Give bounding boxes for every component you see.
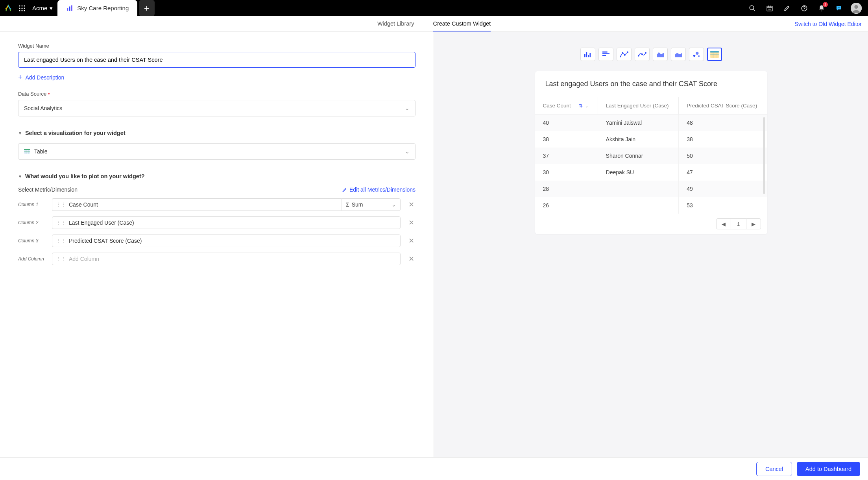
widget-name-input[interactable] [18,52,416,68]
table-row: 2849 [535,181,767,197]
notifications-icon[interactable]: 1 [816,3,827,14]
svg-point-32 [624,54,625,55]
chart-type-bubble[interactable] [689,48,704,61]
remove-column-icon[interactable]: ✕ [407,255,416,263]
column-1-value: Case Count [69,201,98,208]
chart-icon [66,5,73,12]
chevron-down-icon: ⌄ [392,201,396,208]
svg-point-8 [24,10,25,11]
svg-rect-28 [602,53,609,54]
table-header-csat[interactable]: Predicted CSAT Score (Case) [679,97,767,114]
cell-user: Akshita Jain [598,131,679,148]
switch-old-editor-link[interactable]: Switch to Old Widget Editor [795,21,868,27]
visualization-section-header[interactable]: ▼ Select a visualization for your widget [18,130,416,136]
sort-desc-icon[interactable]: ⇅ [579,103,583,109]
collapse-icon: ▼ [18,131,22,135]
data-source-label: Data Source [18,91,416,97]
tab-create-custom-widget[interactable]: Create Custom Widget [433,17,491,31]
table-header-row: Case Count⇅⌄ Last Engaged User (Case) Pr… [535,97,767,114]
footer: Cancel Add to Dashboard [0,457,868,480]
visualization-select[interactable]: Table ⌄ [18,143,416,160]
chart-type-area[interactable] [653,48,668,61]
data-source-select[interactable]: Social Analytics ⌄ [18,100,416,116]
chart-type-line[interactable] [617,48,632,61]
cancel-button[interactable]: Cancel [756,462,792,476]
page-current: 1 [731,218,746,229]
column-label: Column 1 [18,202,46,207]
svg-point-18 [840,7,840,8]
chart-type-hbar[interactable] [598,48,613,61]
drag-handle-icon[interactable]: ⋮⋮ [56,220,66,225]
notification-badge: 1 [823,2,828,7]
drag-handle-icon[interactable]: ⋮⋮ [56,256,66,262]
column-label: Column 3 [18,238,46,244]
chart-type-table[interactable] [707,48,722,61]
chevron-down-icon[interactable]: ⌄ [585,104,588,108]
add-column-input[interactable]: ⋮⋮ Add Column [52,253,401,265]
svg-point-35 [641,54,643,55]
chart-type-spline[interactable] [635,48,650,61]
table-header-case-count[interactable]: Case Count⇅⌄ [535,97,598,114]
add-to-dashboard-button[interactable]: Add to Dashboard [797,462,860,476]
preview-card: Last engaged Users on the case and their… [535,71,767,234]
add-description-button[interactable]: + Add Description [18,73,416,81]
svg-point-1 [21,5,22,6]
cell-case-count: 26 [535,197,598,214]
collapse-icon: ▼ [18,174,22,179]
svg-rect-26 [589,53,591,57]
cell-case-count: 30 [535,164,598,181]
table-header-user[interactable]: Last Engaged User (Case) [598,97,679,114]
plot-section-header[interactable]: ▼ What would you like to plot on your wi… [18,173,416,179]
tab-widget-library[interactable]: Widget Library [377,17,414,31]
scrollbar[interactable] [763,117,765,194]
edit-metrics-label: Edit all Metrics/Dimensions [349,186,416,193]
search-icon[interactable] [747,3,758,14]
chevron-down-icon: ⌄ [405,105,410,111]
new-tab-button[interactable] [139,0,155,16]
calendar-icon[interactable]: 03 [764,3,775,14]
main-content: Widget Name + Add Description Data Sourc… [0,32,868,457]
svg-point-17 [838,7,839,8]
remove-column-icon[interactable]: ✕ [407,200,416,209]
remove-column-icon[interactable]: ✕ [407,218,416,227]
table-row: 38Akshita Jain38 [535,131,767,148]
cell-csat: 47 [679,164,767,181]
preview-panel: Last engaged Users on the case and their… [434,32,868,457]
data-source-value: Social Analytics [24,105,62,111]
plus-icon: + [18,73,22,81]
user-avatar[interactable] [851,3,862,14]
add-column-placeholder: Add Column [69,256,99,262]
svg-rect-27 [602,52,608,53]
cell-csat: 50 [679,148,767,164]
svg-point-3 [19,7,20,9]
drag-handle-icon[interactable]: ⋮⋮ [56,202,66,207]
page-next-button[interactable]: ▶ [746,218,761,229]
apps-menu-icon[interactable] [17,0,28,16]
column-1-input[interactable]: ⋮⋮ Case Count [52,198,342,211]
cell-csat: 49 [679,181,767,197]
edit-icon[interactable] [781,3,792,14]
column-3-value: Predicted CSAT Score (Case) [69,238,142,244]
column-3-input[interactable]: ⋮⋮ Predicted CSAT Score (Case) [52,234,401,247]
svg-rect-9 [67,8,68,11]
svg-point-6 [19,10,20,11]
app-logo[interactable] [0,0,17,16]
chevron-down-icon: ▾ [50,5,53,12]
table-icon [24,149,30,154]
page-prev-button[interactable]: ◀ [716,218,731,229]
chat-icon[interactable] [833,3,844,14]
help-icon[interactable] [799,3,810,14]
chart-type-area-spline[interactable] [671,48,686,61]
active-tab[interactable]: Sky Care Reporting [57,0,137,16]
table-row: 40Yamini Jaiswal48 [535,114,767,131]
cell-user: Yamini Jaiswal [598,114,679,131]
edit-metrics-link[interactable]: Edit all Metrics/Dimensions [342,186,416,193]
column-1-aggregation[interactable]: Σ Sum ⌄ [342,198,401,211]
drag-handle-icon[interactable]: ⋮⋮ [56,238,66,244]
cell-user [598,181,679,197]
svg-point-7 [21,10,22,11]
remove-column-icon[interactable]: ✕ [407,236,416,245]
chart-type-bar[interactable] [580,48,595,61]
column-2-input[interactable]: ⋮⋮ Last Engaged User (Case) [52,216,401,229]
workspace-switcher[interactable]: Acme ▾ [28,5,57,12]
